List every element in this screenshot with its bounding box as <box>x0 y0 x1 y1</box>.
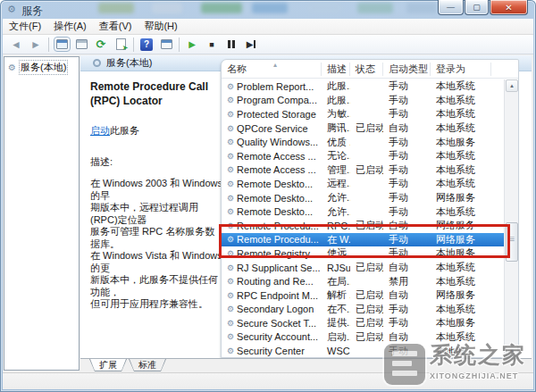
description-line: 在 Windows Vista 和 Windows 的更 <box>90 250 224 274</box>
minimize-button[interactable]: — <box>438 0 464 15</box>
table-row[interactable]: ⚙Problem Report...此服...手动本地系统 <box>222 79 504 94</box>
service-gear-icon: ⚙ <box>227 346 234 355</box>
menu-item[interactable]: 查看(V) <box>93 19 138 34</box>
services-main-panel: 服务(本地) Remote Procedure Call (RPC) Locat… <box>80 55 532 371</box>
services-ring-icon <box>93 59 101 67</box>
panel-header-label: 服务(本地) <box>106 56 152 70</box>
table-row[interactable]: ⚙Remote Deskto...允许...手动本地系统 <box>222 204 504 219</box>
service-gear-icon: ⚙ <box>227 235 234 244</box>
table-row[interactable]: ⚙Secondary Logon在不...已启动手动本地系统 <box>222 303 504 317</box>
table-row[interactable]: ⚙Remote Deskto...远程...手动本地系统 <box>222 177 504 191</box>
table-row[interactable]: ⚙Remote Access ...管理...已启动手动本地系统 <box>222 163 504 178</box>
start-service-icon[interactable]: ▶ <box>183 37 201 53</box>
service-gear-icon: ⚙ <box>227 332 234 341</box>
start-service-line: 启动此服务 <box>90 124 224 138</box>
restart-service-icon[interactable]: ▶ <box>242 37 260 53</box>
service-gear-icon: ⚙ <box>227 291 234 300</box>
pause-service-icon[interactable] <box>222 37 240 53</box>
table-row[interactable]: ⚙QPCore Service腾讯...已启动自动本地系统 <box>222 121 504 136</box>
help-icon[interactable]: ? <box>138 37 155 53</box>
service-table-body: ⚙Problem Report...此服...手动本地系统⚙Program Co… <box>222 79 504 357</box>
tab-extended[interactable]: 扩展 <box>89 359 127 371</box>
table-row[interactable]: ⚙Program Compa...此服...手动本地系统 <box>222 94 504 108</box>
tree-item-label: 服务(本地) <box>19 60 68 75</box>
table-row[interactable]: ⚙RJ Supplicant Se...RJSu...已启动自动本地系统 <box>222 261 504 275</box>
stop-service-icon[interactable]: ■ <box>203 37 221 53</box>
description-line: 期版本中，远程过程调用(RPC)定位器 <box>90 202 224 226</box>
vertical-scrollbar[interactable]: ▲ ▼ <box>504 79 518 357</box>
back-icon[interactable]: ◄ <box>7 37 25 53</box>
service-gear-icon: ⚙ <box>227 319 234 328</box>
column-header-1[interactable]: 描述 <box>322 63 350 76</box>
column-header-0[interactable]: 名称 <box>222 63 322 76</box>
service-gear-icon: ⚙ <box>227 179 234 188</box>
table-row[interactable]: ⚙Remote Deskto...允许...手动网络服务 <box>222 191 504 205</box>
service-gear-icon: ⚙ <box>227 304 234 313</box>
titlebar[interactable]: ⚙ 服务 — ▢ ✕ <box>0 0 536 19</box>
scroll-up-icon[interactable]: ▲ <box>506 79 518 92</box>
forward-icon[interactable]: ► <box>27 37 45 53</box>
view-tabs: 扩展标准 <box>80 358 532 372</box>
start-service-suffix: 此服务 <box>110 125 139 136</box>
tree-item-services-local[interactable]: ⚙ 服务(本地) <box>4 57 79 77</box>
table-row[interactable]: ⚙Protected Storage为敏...手动本地系统 <box>222 107 504 121</box>
menu-item[interactable]: 文件(F) <box>3 19 47 34</box>
refresh-icon[interactable]: ⟳ <box>92 37 110 53</box>
description-line: 服务可管理 RPC 名称服务数据库。 <box>90 226 224 250</box>
services-window: ⚙ 服务 — ▢ ✕ 文件(F)操作(A)查看(V)帮助(H) ◄►⟳?▶■▶ … <box>0 0 536 392</box>
glass-blur-decoration <box>357 3 393 13</box>
service-details-pane: Remote Procedure Call (RPC) Locator 启动此服… <box>90 79 224 311</box>
export-list-icon[interactable] <box>112 37 130 53</box>
service-gear-icon: ⚙ <box>227 138 234 146</box>
glass-blur-decoration <box>252 3 288 13</box>
service-gear-icon: ⚙ <box>227 82 234 91</box>
selected-service-title: Remote Procedure Call (RPC) Locator <box>90 79 224 108</box>
start-service-link[interactable]: 启动 <box>90 125 110 136</box>
console-tree-panel: ⚙ 服务(本地) <box>4 56 80 371</box>
table-row[interactable]: ⚙Remote Registry使远...手动本地服务 <box>222 246 504 261</box>
description-text: 在 Windows 2003 和 Windows 的早期版本中，远程过程调用(R… <box>90 178 224 311</box>
content-area: ⚙ 服务(本地) 服务(本地) Remote Procedure Call (R… <box>3 54 533 389</box>
service-gear-icon: ⚙ <box>227 165 234 174</box>
service-gear-icon: ⚙ <box>227 194 234 203</box>
table-header-row: ▴ 名称描述状态启动类型登录为 <box>222 60 518 79</box>
app-gear-icon: ⚙ <box>7 4 16 15</box>
service-gear-icon: ⚙ <box>227 221 234 230</box>
menu-item[interactable]: 操作(A) <box>47 19 93 34</box>
service-gear-icon: ⚙ <box>227 207 234 216</box>
service-gear-icon: ⚙ <box>227 96 234 104</box>
glass-blur-decoration <box>308 3 342 13</box>
table-row[interactable]: ⚙Remote Procedu...RPC...已启动自动网络服务 <box>222 219 504 233</box>
table-row[interactable]: ⚙Routing and Re...在局...禁用本地系统 <box>222 274 504 288</box>
table-row[interactable]: ⚙Security CenterWSC...手动本地服... <box>222 344 504 357</box>
column-header-4[interactable]: 登录为 <box>431 63 491 76</box>
table-row-selected[interactable]: ⚙Remote Procedu...在 W...手动网络服务 <box>222 233 504 247</box>
menu-item[interactable]: 帮助(H) <box>138 19 183 34</box>
tab-standard[interactable]: 标准 <box>129 359 166 371</box>
service-gear-icon: ⚙ <box>227 152 234 161</box>
maximize-button[interactable]: ▢ <box>465 0 489 15</box>
column-header-2[interactable]: 状态 <box>350 63 383 76</box>
table-row[interactable]: ⚙RPC Endpoint M...解析 ...已启动自动网络服务 <box>222 288 504 303</box>
services-table-card: ▴ 名称描述状态启动类型登录为 ⚙Problem Report...此服...手… <box>221 59 519 358</box>
table-row[interactable]: ⚙Secure Socket T...提供...已启动手动本地服务 <box>222 316 504 330</box>
window-title: 服务 <box>21 4 43 19</box>
scroll-down-icon[interactable]: ▼ <box>506 345 518 357</box>
close-button[interactable]: ✕ <box>490 0 528 15</box>
description-line: 在 Windows 2003 和 Windows 的早 <box>90 178 224 202</box>
show-console-tree-icon[interactable] <box>53 37 71 53</box>
sort-ascending-icon: ▴ <box>273 61 277 69</box>
toolbar-separator <box>48 38 49 52</box>
table-row[interactable]: ⚙Quality Windows...优质 ...手动本地服务 <box>222 135 504 149</box>
table-row[interactable]: ⚙Remote Access ...无论...手动本地系统 <box>222 149 504 163</box>
glass-blur-decoration <box>406 3 437 13</box>
properties-icon[interactable] <box>72 37 90 53</box>
menu-bar: 文件(F)操作(A)查看(V)帮助(H) <box>3 19 533 35</box>
glass-blur-decoration <box>152 3 182 13</box>
extended-view-icon[interactable] <box>157 37 175 53</box>
scrollbar-thumb[interactable] <box>506 222 518 262</box>
table-row[interactable]: ⚙Security Account...启动...已启动自动本地系统 <box>222 330 504 345</box>
description-label: 描述: <box>90 155 224 169</box>
toolbar: ◄►⟳?▶■▶ <box>3 35 533 54</box>
column-header-3[interactable]: 启动类型 <box>383 63 431 76</box>
